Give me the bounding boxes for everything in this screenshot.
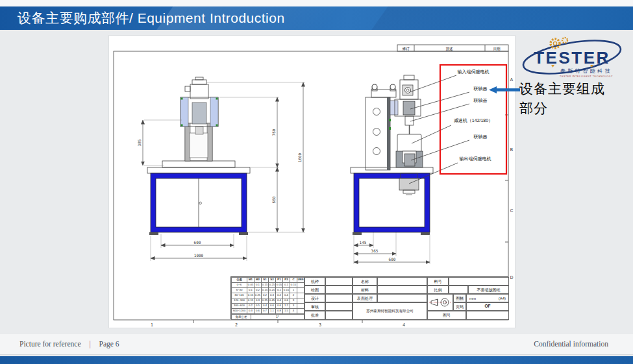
checked-by-label: 审核 — [304, 302, 325, 311]
designed-by-label: 设计 — [304, 294, 325, 302]
tolerance-table: 公差M1M2S1S2P1P2CUNS0~60.050.10.150.250.05… — [231, 277, 304, 314]
zone-number: 4 — [403, 322, 405, 327]
zone-letter: D — [510, 275, 514, 280]
surface-treatment-value — [377, 294, 427, 302]
material-label: 材料 — [353, 285, 377, 294]
logo-chinese-name: 泰斯特智能科技 — [560, 68, 613, 74]
scale-label: 比例 — [427, 285, 449, 294]
angle-tolerance-label: 角度公差 — [232, 315, 251, 319]
dim-365: 365 — [371, 249, 379, 253]
zone-letter: A — [510, 77, 514, 82]
page-number-value: OF — [466, 302, 509, 311]
front-view — [147, 77, 250, 235]
top-margin-strip — [0, 0, 633, 6]
revision-col-label: 修订 — [403, 47, 410, 51]
titlebar-decor-streak — [367, 6, 583, 30]
footer-left: Picture for reference | Page 6 — [19, 334, 119, 354]
zone-number: 2 — [235, 322, 238, 327]
dim-600-front: 600 — [194, 240, 201, 245]
label-reducer: 减速机（142/180） — [454, 118, 493, 123]
scale-value — [449, 285, 468, 294]
part-number-label: 料号 — [427, 277, 449, 285]
format-units: mm — [469, 297, 476, 300]
footer-confidential-note: Confidential information — [534, 334, 608, 354]
part-name-value — [377, 277, 427, 285]
dim-660: 660 — [271, 196, 276, 203]
logo-english-name: TESTER INTELLIGENT TECHNOLOGY — [560, 75, 613, 78]
date-col-label: 日期 — [493, 47, 501, 51]
zone-letter: B — [510, 147, 513, 152]
first-angle-projection-icon — [428, 295, 453, 310]
page-number-label: 页码 — [453, 302, 466, 311]
label-coupling-3: 联轴器 — [474, 134, 488, 140]
part-name-label: 名称 — [353, 277, 377, 285]
no-scale-note: 不要缩放图纸 — [468, 285, 509, 294]
dim-385: 385 — [137, 139, 142, 146]
gear-icon — [553, 42, 556, 45]
label-coupling-1: 联轴器 — [474, 86, 488, 91]
drawing-number-value — [466, 311, 509, 320]
label-output-servo-motor: 输出端伺服电机 — [460, 156, 491, 162]
part-number-value — [449, 277, 509, 285]
dim-145: 145 — [360, 240, 367, 245]
dim-600-side: 600 — [389, 257, 396, 261]
dim-1600: 1600 — [297, 152, 302, 162]
slide-title: 设备主要购成部件/ Equipment Introduction — [18, 6, 285, 30]
logo-brand-text: TESTER — [534, 48, 610, 67]
tester-logo-graphic: TESTER 泰斯特智能科技 TESTER INTELLIGENT TECHNO… — [517, 36, 627, 80]
side-view — [351, 75, 433, 256]
footer-divider: | — [89, 340, 90, 348]
tester-logo: TESTER 泰斯特智能科技 TESTER INTELLIGENT TECHNO… — [517, 36, 627, 80]
revision-table: 修订 描述 日期 — [397, 45, 508, 51]
sheet-format-label: 图幅 — [453, 294, 466, 302]
drawn-by-label: 绘图 — [304, 285, 325, 294]
label-coupling-2: 联轴器 — [474, 98, 488, 103]
side-view-dimensions: 145 365 600 — [354, 234, 430, 264]
slide-footer: Picture for reference | Page 6 Confident… — [0, 334, 633, 355]
angle-tolerance-value: 1° — [251, 315, 304, 319]
bottom-accent-bar — [0, 356, 633, 364]
approved-by-label: 批准 — [304, 311, 325, 320]
drawing-number-label: 图号 — [427, 311, 466, 320]
approved-by-value — [325, 311, 353, 320]
description-col-label: 描述 — [446, 47, 454, 51]
component-callout-box: 输入端伺服电机 联轴器 联轴器 减速机（142/180） 联轴器 输出端伺服电机 — [409, 65, 506, 184]
zone-number: 1 — [151, 322, 153, 327]
drawn-by-value — [325, 285, 353, 294]
drawing-sheet: A B C D 1 2 3 4 修订 描述 日期 — [109, 36, 515, 328]
machine-type-value — [325, 277, 353, 285]
surface-treatment-label: 表面处理 — [353, 294, 377, 302]
material-value — [377, 285, 427, 294]
checked-by-value — [325, 302, 353, 311]
dim-1000: 1000 — [194, 253, 204, 258]
projection-symbol — [427, 294, 453, 311]
footer-reference-note: Picture for reference — [19, 340, 81, 348]
machine-type-label: 机种 — [304, 277, 325, 285]
dim-760: 760 — [271, 128, 276, 136]
title-block: 公差M1M2S1S2P1P2CUNS0~60.050.10.150.250.05… — [230, 276, 508, 319]
callout-arrow-icon — [489, 85, 520, 93]
front-view-dimensions: 385 760 660 1600 600 1000 — [137, 82, 306, 261]
zone-number: 3 — [319, 322, 321, 327]
format-size: (A4) — [499, 297, 506, 300]
company-name: 苏州泰斯特智能科技有限公司 — [353, 302, 427, 320]
angle-tolerance-row: 角度公差 1° — [231, 314, 304, 320]
gear-icon — [562, 38, 567, 43]
zone-letter: C — [510, 208, 514, 213]
label-input-servo-motor: 输入端伺服电机 — [458, 69, 490, 75]
footer-page-number: Page 6 — [99, 340, 119, 348]
sheet-format-value: mm (A4) — [466, 294, 509, 302]
callout-text: 设备主要组成部分 — [519, 79, 609, 119]
slide-title-bar: 设备主要购成部件/ Equipment Introduction — [0, 6, 633, 30]
designed-by-value — [325, 294, 353, 302]
